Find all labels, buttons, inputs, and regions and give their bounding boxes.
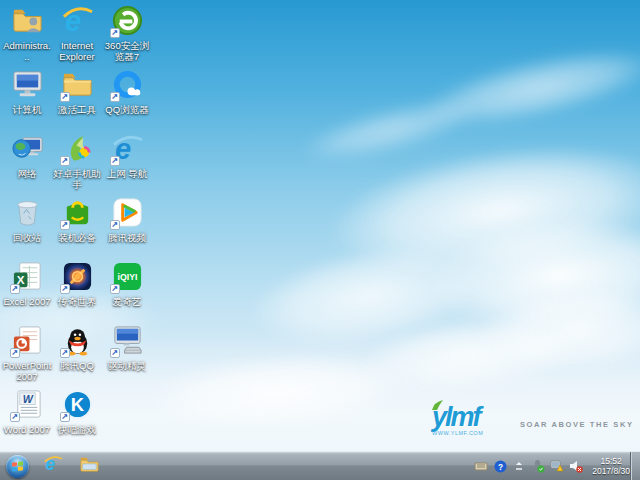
shortcut-arrow-icon: ↗ bbox=[60, 220, 70, 230]
leaf-icon bbox=[430, 398, 446, 412]
clock-time: 15:52 bbox=[592, 456, 630, 466]
cloud bbox=[298, 89, 482, 171]
cloud bbox=[426, 209, 640, 341]
shortcut-arrow-icon: ↗ bbox=[110, 156, 120, 166]
start-button[interactable] bbox=[6, 455, 29, 478]
desktop-icon-kuaiba-games[interactable]: K ↗ 快吧游戏 bbox=[52, 388, 102, 452]
desktop-icon-powerpoint-2007[interactable]: ↗ PowerPoint 2007 bbox=[2, 324, 52, 388]
desktop-icon-web-navigation[interactable]: e ↗ 上网 导航 bbox=[102, 132, 152, 196]
show-hidden-icons-button[interactable] bbox=[512, 459, 526, 473]
show-desktop-button[interactable] bbox=[630, 452, 640, 480]
desktop-icon-chuanqi-shijie[interactable]: ↗ 传奇世界 bbox=[52, 260, 102, 324]
network-icon bbox=[11, 132, 44, 165]
internet-explorer-icon: e bbox=[61, 4, 94, 37]
shortcut-arrow-icon: ↗ bbox=[60, 348, 70, 358]
desktop-icon-recycle-bin[interactable]: 回收站 bbox=[2, 196, 52, 260]
svg-text:K: K bbox=[70, 394, 84, 415]
device-ok-icon[interactable] bbox=[531, 459, 545, 473]
shortcut-arrow-icon: ↗ bbox=[60, 412, 70, 422]
shortcut-arrow-icon: ↗ bbox=[110, 28, 120, 38]
desktop-icon-tencent-video[interactable]: ↗ 腾讯视频 bbox=[102, 196, 152, 260]
recycle-bin-icon bbox=[11, 196, 44, 229]
desktop-wallpaper[interactable]: ylmf SOAR ABOVE THE SKY WWW.YLMF.COM Adm… bbox=[0, 0, 640, 480]
taskbar-clock[interactable]: 15:52 2017/8/30 bbox=[592, 456, 630, 476]
shortcut-arrow-icon: ↗ bbox=[110, 92, 120, 102]
shortcut-arrow-icon: ↗ bbox=[10, 412, 20, 422]
shortcut-arrow-icon: ↗ bbox=[10, 284, 20, 294]
folder-icon bbox=[79, 454, 100, 479]
shortcut-arrow-icon: ↗ bbox=[110, 348, 120, 358]
help-icon[interactable]: ? bbox=[493, 459, 507, 473]
desktop-icon-essential-software[interactable]: ↗ 装机必备 bbox=[52, 196, 102, 260]
shortcut-arrow-icon: ↗ bbox=[110, 284, 120, 294]
cloud bbox=[323, 127, 640, 293]
svg-text:iQIYI: iQIYI bbox=[117, 272, 137, 282]
network-warning-icon[interactable] bbox=[550, 459, 564, 473]
ylmf-watermark: ylmf SOAR ABOVE THE SKY WWW.YLMF.COM bbox=[432, 404, 632, 436]
desktop-icon-360-browser[interactable]: ↗ 360安全浏览器7 bbox=[102, 4, 152, 68]
desktop-icon-network[interactable]: 网络 bbox=[2, 132, 52, 196]
shortcut-arrow-icon: ↗ bbox=[60, 92, 70, 102]
taskbar-internet-explorer-button[interactable]: e bbox=[41, 454, 65, 478]
taskbar: e ? 15:52 2017/8/30 bbox=[0, 451, 640, 480]
desktop-icon-haozhuo-phone-assistant[interactable]: ↗ 好卓手机助手 bbox=[52, 132, 102, 196]
desktop-icon-computer[interactable]: 计算机 bbox=[2, 68, 52, 132]
computer-icon bbox=[11, 68, 44, 101]
desktop-icon-qq-browser[interactable]: ↗ QQ浏览器 bbox=[102, 68, 152, 132]
desktop-icon-driver-genius[interactable]: ↗ 驱动精灵 bbox=[102, 324, 152, 388]
shortcut-arrow-icon: ↗ bbox=[60, 284, 70, 294]
svg-text:W: W bbox=[22, 393, 33, 405]
desktop-icon-activation-tools[interactable]: ↗ 激活工具 bbox=[52, 68, 102, 132]
svg-text:?: ? bbox=[498, 461, 503, 471]
watermark-tagline: SOAR ABOVE THE SKY bbox=[520, 420, 634, 429]
desktop-icon-grid: Administra... e Internet Explorer ↗ 360安… bbox=[2, 4, 152, 452]
cloud bbox=[417, 36, 640, 140]
shortcut-arrow-icon: ↗ bbox=[10, 348, 20, 358]
desktop-icon-tencent-qq[interactable]: ↗ 腾讯QQ bbox=[52, 324, 102, 388]
input-indicator-icon[interactable] bbox=[474, 459, 488, 473]
shortcut-arrow-icon: ↗ bbox=[110, 220, 120, 230]
taskbar-explorer-button[interactable] bbox=[77, 454, 101, 478]
desktop-icon-word-2007[interactable]: W ↗ Word 2007 bbox=[2, 388, 52, 452]
internet-explorer-icon: e bbox=[43, 454, 63, 478]
user-folder-icon bbox=[11, 4, 44, 37]
clock-date: 2017/8/30 bbox=[592, 466, 630, 476]
volume-muted-icon[interactable] bbox=[569, 459, 583, 473]
shortcut-arrow-icon: ↗ bbox=[60, 156, 70, 166]
desktop-icon-iqiyi[interactable]: iQIYI ↗ 爱奇艺 bbox=[102, 260, 152, 324]
desktop-icon-administrator-folder[interactable]: Administra... bbox=[2, 4, 52, 68]
windows-logo-icon bbox=[12, 461, 23, 471]
watermark-url: WWW.YLMF.COM bbox=[432, 430, 632, 436]
desktop-icon-excel-2007[interactable]: X ↗ Excel 2007 bbox=[2, 260, 52, 324]
desktop-icon-internet-explorer[interactable]: e Internet Explorer bbox=[52, 4, 102, 68]
